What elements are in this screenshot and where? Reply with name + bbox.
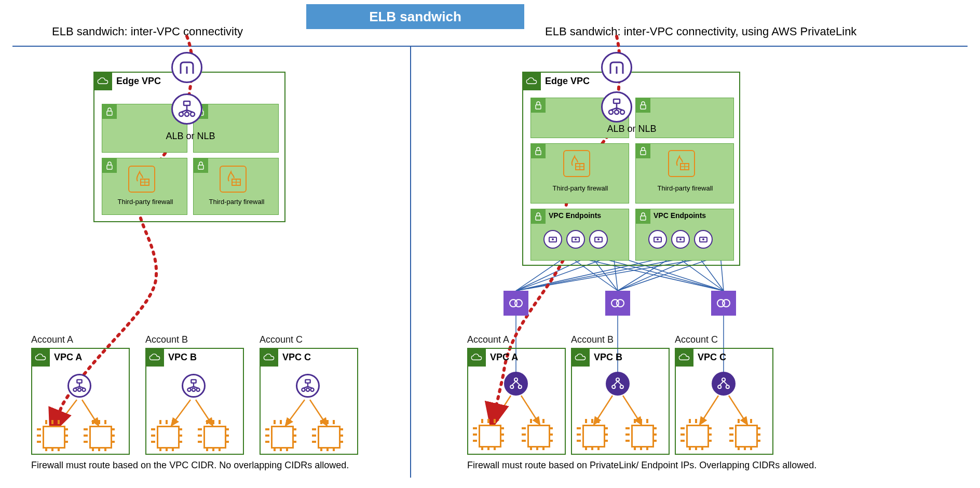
divider-horizontal — [12, 46, 968, 47]
lock-icon — [636, 209, 650, 224]
endpoint-icon — [694, 230, 713, 249]
load-balancer-icon — [67, 374, 91, 398]
subnet — [193, 104, 279, 153]
svg-point-47 — [679, 238, 682, 240]
svg-rect-0 — [107, 111, 112, 115]
lock-icon — [194, 158, 208, 173]
compute-icon — [203, 426, 226, 449]
svg-point-11 — [179, 112, 183, 116]
endpoint-icon — [648, 230, 667, 249]
diagram-title: ELB sandwich — [306, 4, 524, 29]
account-label: Account B — [145, 334, 188, 345]
svg-point-59 — [723, 300, 730, 307]
svg-point-21 — [196, 388, 199, 391]
lock-icon — [531, 144, 546, 158]
compute-icon — [735, 425, 758, 448]
vpc-label: VPC C — [282, 352, 311, 363]
subnet-label: VPC Endpoints — [654, 211, 706, 220]
subnet: VPC Endpoints — [635, 209, 734, 261]
subnet-label: VPC Endpoints — [549, 211, 601, 220]
vpc-label: VPC A — [54, 352, 82, 363]
svg-point-61 — [510, 385, 513, 388]
compute-icon — [527, 425, 550, 448]
svg-point-16 — [78, 388, 81, 391]
svg-rect-36 — [536, 216, 541, 220]
svg-point-66 — [722, 378, 725, 381]
load-balancer-icon — [296, 374, 320, 398]
svg-rect-27 — [641, 105, 646, 109]
account-label: Account A — [467, 334, 509, 345]
load-balancer-icon — [601, 91, 632, 123]
subnet: Third-party firewall — [102, 158, 187, 215]
svg-point-24 — [306, 388, 309, 391]
vpc-label: VPC B — [168, 352, 197, 363]
svg-point-49 — [702, 238, 704, 240]
svg-point-45 — [657, 238, 659, 240]
svg-point-38 — [552, 238, 554, 240]
nlb-icon — [504, 372, 528, 396]
svg-rect-43 — [641, 216, 646, 220]
svg-rect-26 — [536, 105, 541, 109]
svg-rect-6 — [198, 165, 203, 169]
vpc-icon — [571, 348, 590, 367]
svg-point-52 — [615, 110, 619, 114]
firewall-label: Third-party firewall — [547, 184, 614, 192]
load-balancer-icon — [182, 374, 206, 398]
svg-point-51 — [609, 110, 613, 114]
firewall-icon — [220, 166, 247, 193]
svg-point-17 — [82, 388, 85, 391]
svg-point-68 — [726, 385, 729, 388]
vpc-icon — [260, 348, 278, 367]
svg-point-13 — [190, 112, 195, 116]
compute-icon — [631, 425, 654, 448]
svg-point-53 — [620, 110, 624, 114]
right-subtitle: ELB sandwich: inter-VPC connectivity, us… — [545, 25, 856, 38]
account-label: Account B — [571, 334, 614, 345]
internet-gateway-icon — [171, 52, 202, 83]
svg-rect-28 — [536, 151, 541, 155]
firewall-icon — [668, 150, 695, 177]
svg-point-12 — [185, 112, 189, 116]
svg-point-25 — [310, 388, 314, 391]
endpoint-icon — [671, 230, 690, 249]
privatelink-icon — [503, 291, 528, 316]
compute-icon — [157, 426, 180, 449]
lock-icon — [636, 144, 650, 158]
lock-icon — [102, 158, 117, 173]
svg-point-42 — [597, 238, 600, 240]
firewall-label: Third-party firewall — [112, 198, 179, 206]
svg-rect-50 — [614, 99, 620, 103]
svg-rect-32 — [641, 151, 646, 155]
divider-vertical — [410, 46, 411, 478]
endpoint-icon — [566, 230, 585, 249]
compute-icon — [318, 426, 341, 449]
privatelink-icon — [711, 291, 736, 316]
left-caption: Firewall must route based on the VPC CID… — [31, 460, 349, 471]
endpoint-icon — [543, 230, 562, 249]
subnet: VPC Endpoints — [530, 209, 629, 261]
compute-icon — [43, 426, 65, 449]
svg-point-55 — [515, 300, 522, 307]
account-label: Account C — [260, 334, 303, 345]
endpoint-icon — [589, 230, 608, 249]
vpc-icon — [467, 348, 486, 367]
vpc-label: VPC C — [698, 352, 726, 363]
lock-icon — [636, 98, 650, 113]
lock-icon — [531, 98, 546, 113]
left-subtitle: ELB sandwich: inter-VPC connectivity — [52, 25, 243, 38]
lock-icon — [102, 104, 117, 119]
svg-point-15 — [73, 388, 76, 391]
endpoint-row — [648, 230, 713, 249]
vpc-label: Edge VPC — [116, 76, 161, 87]
compute-icon — [479, 425, 501, 448]
subnet: Third-party firewall — [193, 158, 279, 215]
svg-point-63 — [616, 378, 619, 381]
internet-gateway-icon — [601, 52, 632, 83]
endpoint-row — [543, 230, 608, 249]
svg-point-60 — [514, 378, 518, 381]
load-balancer-icon — [171, 93, 202, 125]
svg-point-65 — [620, 385, 623, 388]
vpc-label: VPC A — [490, 352, 518, 363]
right-caption: Firewall must route based on PrivateLink… — [467, 460, 816, 471]
vpc-icon — [93, 72, 112, 90]
